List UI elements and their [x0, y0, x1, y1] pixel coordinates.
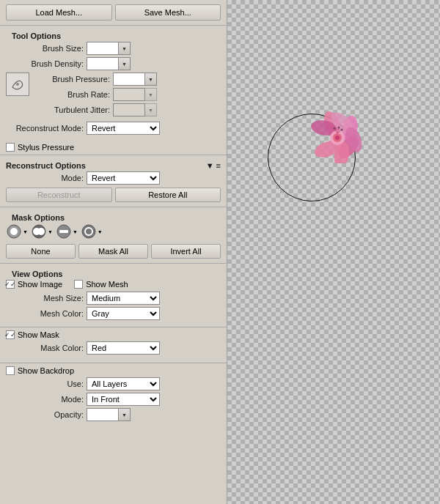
- show-mesh-label: Show Mesh: [86, 280, 128, 289]
- brush-pressure-control: 100 ▼: [113, 73, 157, 86]
- show-mask-section: ✓ Show Mask Mask Color: Red: [0, 327, 227, 363]
- flower-svg: [308, 108, 367, 163]
- opacity-label: Opacity:: [6, 410, 87, 419]
- mask-icon-4: [81, 223, 97, 240]
- show-image-label: Show Image: [18, 280, 62, 289]
- mesh-size-select[interactable]: Medium: [87, 292, 160, 305]
- mask-icon-btn-4[interactable]: ▼: [81, 223, 103, 240]
- brush-pressure-row: Brush Pressure: 100 ▼: [32, 73, 221, 86]
- invert-all-button[interactable]: Invert All: [151, 244, 221, 259]
- svg-point-0: [16, 83, 19, 86]
- brush-rate-label: Brush Rate:: [32, 90, 113, 99]
- menu-icon: ≡: [216, 161, 221, 170]
- reconstruct-mode-label: Reconstruct Mode:: [6, 124, 87, 133]
- dropdown-arrow-icon: ▼: [122, 412, 127, 418]
- restore-all-button[interactable]: Restore All: [115, 188, 221, 202]
- view-options-section: View Options ✓ Show Image Show Mesh Mesh…: [0, 264, 227, 327]
- checkmark-icon: ✓: [4, 281, 10, 288]
- reconstruct-mode-select[interactable]: Revert: [87, 122, 160, 135]
- brush-size-control: 300 ▼: [87, 42, 131, 55]
- brush-pressure-label: Brush Pressure:: [32, 75, 113, 84]
- mask-icon-btn-2[interactable]: ▼: [31, 223, 53, 240]
- brush-icon: [10, 77, 25, 92]
- show-backdrop-checkbox[interactable]: [6, 366, 15, 375]
- mask-color-label: Mask Color:: [6, 344, 87, 352]
- mask-color-row: Mask Color: Red: [6, 341, 221, 357]
- brush-density-input[interactable]: 50: [87, 57, 119, 70]
- turbulent-jitter-dropdown[interactable]: ▼: [145, 103, 157, 116]
- brush-density-label: Brush Density:: [6, 59, 87, 68]
- brush-pressure-input[interactable]: 100: [113, 73, 145, 86]
- brush-rate-dropdown[interactable]: ▼: [145, 88, 157, 101]
- svg-rect-7: [59, 230, 68, 233]
- canvas-area[interactable]: [227, 0, 440, 504]
- recon-mode-select[interactable]: Revert: [87, 171, 160, 185]
- show-image-mesh-row: ✓ Show Image Show Mesh: [6, 280, 221, 289]
- recon-mode-row: Mode: Revert: [6, 171, 221, 185]
- reconstruct-options-header: Reconstruct Options ▼ ≡: [6, 158, 221, 171]
- opacity-row: Opacity: 100 ▼: [6, 408, 221, 421]
- none-button[interactable]: None: [6, 244, 76, 259]
- svg-point-26: [341, 129, 343, 131]
- reconstruct-mode-row: Reconstruct Mode: Revert: [6, 122, 221, 135]
- recon-buttons-row: Reconstruct Restore All: [6, 188, 221, 202]
- svg-point-5: [37, 228, 45, 235]
- opacity-input[interactable]: 100: [87, 408, 119, 421]
- svg-point-2: [10, 228, 18, 235]
- tool-options-section: Tool Options Brush Size: 300 ▼ Brush Den…: [0, 26, 227, 141]
- svg-point-24: [334, 127, 336, 130]
- brush-icon-rows: Brush Pressure: 100 ▼ Brush Rate: 80 ▼: [6, 73, 221, 119]
- reconstruct-options-section: Reconstruct Options ▼ ≡ Mode: Revert Rec…: [0, 155, 227, 207]
- brush-rate-input[interactable]: 80: [113, 88, 145, 101]
- mask-all-button[interactable]: Mask All: [78, 244, 148, 259]
- backdrop-mode-row: Mode: In Front: [6, 393, 221, 406]
- show-mask-checkbox[interactable]: ✓: [6, 330, 15, 339]
- mask-icon-btn-1[interactable]: ▼: [6, 223, 28, 240]
- mask-icon-1-arrow: ▼: [23, 229, 28, 234]
- brush-density-dropdown[interactable]: ▼: [119, 57, 131, 70]
- brush-icon-button[interactable]: [6, 73, 29, 96]
- stylus-pressure-label: Stylus Pressure: [18, 143, 74, 152]
- mask-icon-btn-3[interactable]: ▼: [56, 223, 78, 240]
- load-mesh-button[interactable]: Load Mesh...: [6, 4, 112, 21]
- brush-size-row: Brush Size: 300 ▼: [6, 42, 221, 55]
- brush-rate-row: Brush Rate: 80 ▼: [32, 88, 221, 101]
- mesh-size-row: Mesh Size: Medium: [6, 292, 221, 305]
- stylus-pressure-row: Stylus Pressure: [0, 141, 227, 155]
- list-icon: ▼: [206, 161, 214, 170]
- reconstruct-options-label: Reconstruct Options: [6, 161, 86, 170]
- dropdown-arrow-icon: ▼: [122, 46, 127, 51]
- mask-icon-4-arrow: ▼: [98, 229, 103, 234]
- brush-size-input[interactable]: 300: [87, 42, 119, 55]
- mask-icon-1: [6, 223, 22, 240]
- mask-color-select[interactable]: Red: [87, 341, 160, 355]
- brush-rows-col: Brush Pressure: 100 ▼ Brush Rate: 80 ▼: [32, 73, 221, 119]
- brush-pressure-dropdown[interactable]: ▼: [145, 73, 157, 86]
- dropdown-arrow-icon: ▼: [148, 108, 153, 113]
- mask-icon-2-arrow: ▼: [48, 229, 53, 234]
- checkmark-icon: ✓: [4, 331, 10, 338]
- use-label: Use:: [6, 379, 87, 388]
- turbulent-jitter-row: Turbulent Jitter: 50 ▼: [32, 103, 221, 116]
- opacity-dropdown[interactable]: ▼: [119, 408, 131, 421]
- show-backdrop-label: Show Backdrop: [18, 366, 74, 375]
- show-backdrop-section: Show Backdrop Use: All Layers Mode: In F…: [0, 363, 227, 428]
- mask-icon-3-arrow: ▼: [73, 229, 78, 234]
- mesh-color-select[interactable]: Gray: [87, 307, 160, 320]
- save-mesh-button[interactable]: Save Mesh...: [115, 4, 221, 21]
- reconstruct-button[interactable]: Reconstruct: [6, 188, 112, 202]
- show-mesh-checkbox[interactable]: [74, 280, 83, 289]
- brush-size-label: Brush Size:: [6, 44, 87, 53]
- backdrop-mode-select[interactable]: In Front: [87, 393, 160, 406]
- show-mesh-group: Show Mesh: [74, 280, 128, 289]
- use-select[interactable]: All Layers: [87, 377, 160, 390]
- turbulent-jitter-input[interactable]: 50: [113, 103, 145, 116]
- brush-size-dropdown[interactable]: ▼: [119, 42, 131, 55]
- canvas-panel[interactable]: [227, 0, 440, 504]
- stylus-pressure-checkbox[interactable]: [6, 143, 15, 152]
- opacity-control: 100 ▼: [87, 408, 131, 421]
- mask-icon-2: [31, 223, 47, 240]
- svg-point-20: [335, 136, 340, 140]
- brush-density-control: 50 ▼: [87, 57, 131, 70]
- show-image-checkbox[interactable]: ✓: [6, 280, 15, 289]
